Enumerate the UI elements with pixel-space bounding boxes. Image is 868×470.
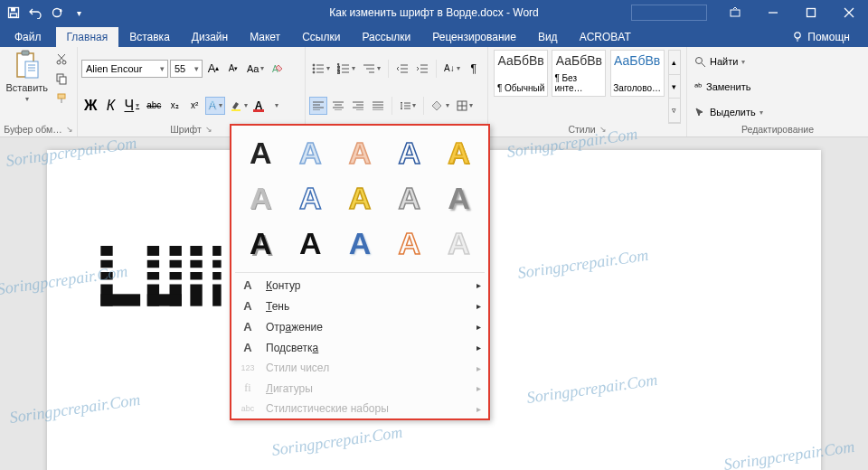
text-effect-preset-0[interactable]: A [241, 133, 281, 173]
group-clipboard: Вставить ▾ Буфер обм…↘ [0, 47, 78, 136]
qat-customize-icon[interactable]: ▾ [71, 5, 87, 21]
redo-icon[interactable] [49, 5, 65, 21]
lightbulb-icon [791, 31, 804, 43]
change-case-button[interactable]: Aa [244, 60, 267, 78]
group-clipboard-label: Буфер обм… [4, 124, 61, 135]
tab-acrobat[interactable]: ACROBAT [569, 27, 642, 47]
subscript-button[interactable]: x₂ [165, 97, 184, 115]
svg-rect-23 [60, 77, 66, 84]
text-effects-menu-0[interactable]: AКонтур▸ [231, 275, 488, 296]
font-color-button[interactable]: A [252, 97, 282, 115]
title-bar: ▾ Как изменить шрифт в Ворде.docx - Word [0, 0, 868, 25]
svg-point-31 [313, 68, 315, 70]
text-effect-preset-7[interactable]: A [340, 178, 381, 218]
increase-indent-button[interactable] [413, 60, 431, 78]
tab-insert[interactable]: Вставка [118, 27, 181, 47]
underline-button[interactable]: Ч [121, 97, 142, 115]
multilevel-button[interactable] [360, 60, 383, 78]
bold-button[interactable]: Ж [81, 97, 99, 115]
tab-design[interactable]: Дизайн [181, 27, 239, 47]
svg-rect-6 [807, 9, 816, 17]
text-effect-preset-12[interactable]: A [340, 223, 381, 263]
text-effect-preset-14[interactable]: A [439, 223, 479, 263]
bullets-button[interactable] [309, 60, 333, 78]
text-effect-preset-3[interactable]: A [389, 133, 429, 173]
svg-point-19 [62, 61, 66, 64]
tab-review[interactable]: Рецензирование [421, 27, 527, 47]
show-marks-button[interactable]: ¶ [465, 60, 483, 78]
text-effect-preset-9[interactable]: A [439, 178, 479, 218]
text-effects-presets: AAAAAAAAAAAAAAA [231, 126, 488, 270]
text-effect-preset-4[interactable]: A [439, 133, 479, 173]
align-right-button[interactable] [349, 97, 367, 115]
align-left-button[interactable] [309, 97, 327, 115]
superscript-button[interactable]: x² [185, 97, 203, 115]
replace-button[interactable]: ᵃᵇЗаменить [694, 81, 864, 93]
text-effect-preset-1[interactable]: A [290, 133, 331, 173]
clear-formatting-button[interactable]: A [269, 60, 287, 78]
style-gallery-scroll[interactable]: ▴▾▿ [668, 50, 681, 124]
align-center-button[interactable] [329, 97, 347, 115]
sort-button[interactable]: A↓ [441, 60, 463, 78]
format-painter-button[interactable] [52, 89, 71, 108]
svg-rect-79 [190, 246, 202, 306]
shading-button[interactable] [429, 97, 452, 115]
style-normal[interactable]: АаБбВв¶ Обычный [494, 50, 548, 97]
save-icon[interactable] [5, 5, 22, 21]
tab-mailings[interactable]: Рассылки [351, 27, 421, 47]
font-size-combo[interactable]: 55 [170, 60, 203, 78]
highlight-button[interactable] [227, 97, 250, 115]
close-icon[interactable] [830, 0, 868, 25]
copy-button[interactable] [52, 70, 71, 88]
tell-me[interactable]: Помощн [780, 27, 861, 47]
tab-file[interactable]: Файл [0, 27, 56, 47]
text-effects-menu-2[interactable]: AОтражение▸ [231, 316, 488, 337]
strike-button[interactable]: abc [144, 97, 164, 115]
undo-icon[interactable] [27, 5, 43, 21]
svg-rect-13 [22, 51, 29, 55]
ribbon-options-icon[interactable] [716, 0, 754, 25]
svg-point-3 [53, 9, 61, 17]
svg-point-72 [696, 57, 703, 63]
tab-references[interactable]: Ссылки [291, 27, 351, 47]
cut-button[interactable] [52, 50, 71, 68]
paste-button[interactable]: Вставить ▾ [6, 50, 48, 103]
group-font-label: Шрифт [170, 124, 202, 135]
line-spacing-button[interactable] [397, 97, 419, 115]
clipboard-launcher-icon[interactable]: ↘ [66, 125, 73, 134]
style-heading1[interactable]: АаБбВвЗаголово… [610, 50, 665, 97]
numbering-button[interactable]: 123 [335, 60, 358, 78]
text-effects-menu-1[interactable]: AТень▸ [231, 296, 488, 316]
text-effect-preset-11[interactable]: A [290, 223, 331, 263]
styles-launcher-icon[interactable]: ↘ [599, 125, 607, 134]
text-effect-preset-6[interactable]: A [290, 178, 331, 218]
text-effects-menu-5: fiЛигатуры▸ [231, 378, 488, 399]
minimize-icon[interactable] [754, 0, 792, 25]
text-effect-preset-10[interactable]: A [241, 223, 281, 263]
tab-layout[interactable]: Макет [239, 27, 291, 47]
account-box[interactable] [631, 5, 707, 21]
tab-view[interactable]: Вид [527, 27, 569, 47]
font-name-combo[interactable]: Alien Encour [81, 60, 168, 78]
shrink-font-button[interactable]: A▾ [224, 60, 242, 78]
svg-point-33 [313, 71, 315, 73]
find-button[interactable]: Найти▾ [694, 56, 864, 68]
font-launcher-icon[interactable]: ↘ [205, 125, 212, 134]
text-effect-preset-8[interactable]: A [389, 178, 429, 218]
select-button[interactable]: Выделить▾ [694, 107, 864, 118]
justify-button[interactable] [369, 97, 387, 115]
text-effects-button[interactable]: A [205, 97, 224, 115]
text-effect-preset-2[interactable]: A [340, 133, 381, 173]
clipboard-icon [14, 50, 41, 80]
svg-rect-78 [147, 294, 182, 306]
grow-font-button[interactable]: A▴ [204, 60, 222, 78]
style-no-spacing[interactable]: АаБбВв¶ Без инте… [552, 50, 606, 97]
borders-button[interactable] [454, 97, 476, 115]
decrease-indent-button[interactable] [393, 60, 411, 78]
text-effects-menu-3[interactable]: AПодсветка▸ [231, 337, 488, 358]
maximize-icon[interactable] [792, 0, 830, 25]
text-effect-preset-5[interactable]: A [241, 178, 281, 218]
text-effect-preset-13[interactable]: A [389, 223, 429, 263]
tab-home[interactable]: Главная [56, 27, 119, 47]
italic-button[interactable]: К [101, 97, 119, 115]
